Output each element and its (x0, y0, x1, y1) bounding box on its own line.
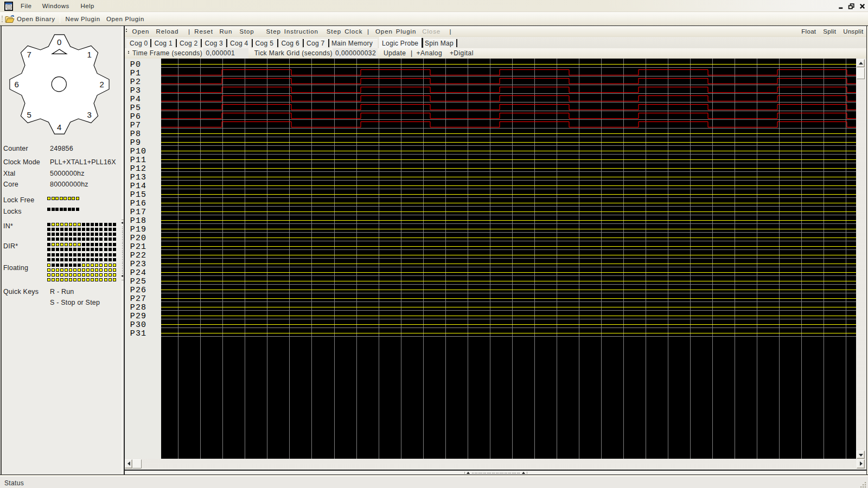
svg-text:4: 4 (57, 123, 62, 132)
svg-text:3: 3 (87, 110, 92, 119)
svg-text:6: 6 (15, 80, 20, 89)
svg-text:5: 5 (27, 110, 32, 119)
svg-text:2: 2 (100, 80, 105, 89)
svg-text:1: 1 (87, 50, 92, 59)
svg-text:7: 7 (27, 50, 32, 59)
svg-text:0: 0 (57, 37, 62, 47)
